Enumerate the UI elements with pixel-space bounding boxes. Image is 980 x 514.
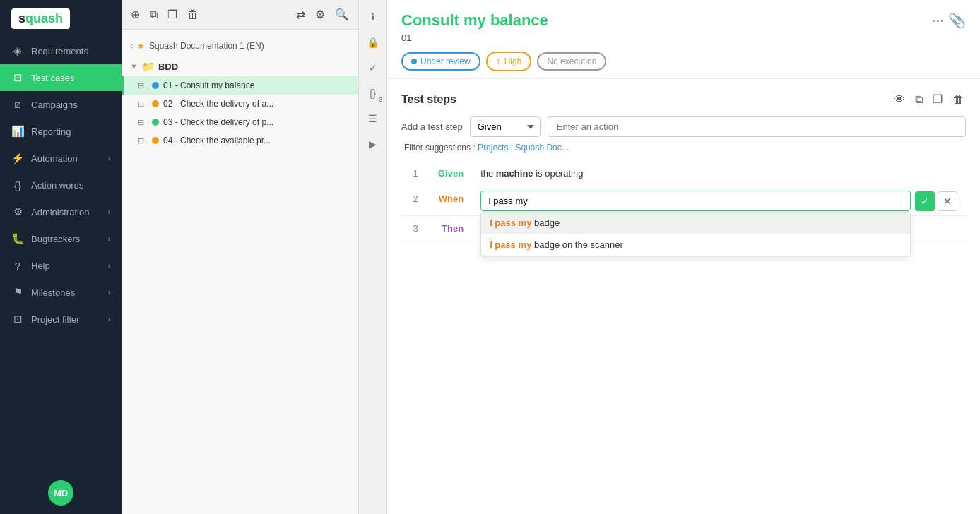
step-input-actions: ✓ ✕	[915, 191, 957, 211]
copy-steps-button[interactable]: ⧉	[913, 90, 925, 108]
autocomplete-rest: badge on the scanner	[531, 239, 622, 250]
sidebar-item-project-filter[interactable]: ⊡ Project filter ›	[0, 306, 122, 333]
action-words-icon: {}	[11, 179, 24, 191]
add-step-label: Add a test step	[401, 121, 463, 132]
step-input-wrap: I pass my badge I pass my badge on the s…	[480, 191, 911, 211]
priority-badge-high[interactable]: ↑ High	[486, 52, 532, 71]
lock-icon[interactable]: 🔒	[362, 31, 384, 54]
status-badge-label: Under review	[420, 56, 471, 66]
automation-icon: ⚡	[11, 152, 24, 165]
sidebar-item-requirements[interactable]: ◈ Requirements	[0, 37, 122, 64]
requirements-icon: ◈	[11, 44, 24, 57]
view-button[interactable]: 👁	[892, 90, 907, 108]
paste-steps-button[interactable]: ❐	[931, 90, 945, 108]
chevron-right-icon: ›	[108, 262, 110, 270]
chevron-right-icon: ›	[108, 316, 110, 323]
step-keyword-given: Given	[430, 161, 472, 186]
sidebar-item-label: Action words	[31, 180, 83, 191]
status-dot-green	[152, 119, 159, 126]
administration-icon: ⚙	[11, 205, 24, 218]
status-badge-under-review[interactable]: Under review	[401, 52, 480, 71]
autocomplete-match: I pass my	[490, 239, 531, 250]
tree-item-04[interactable]: ⊟ 04 - Check the available pr...	[122, 131, 358, 150]
status-dot-orange	[152, 137, 159, 144]
copy-button[interactable]: ❐	[165, 6, 179, 23]
search-button[interactable]: 🔍	[333, 6, 351, 23]
duplicate-button[interactable]: ⧉	[148, 6, 160, 23]
sidebar-item-help[interactable]: ? Help ›	[0, 252, 122, 279]
sidebar-item-test-cases[interactable]: ⊟ Test cases	[0, 64, 122, 91]
item-label: 02 - Check the delivery of a...	[163, 99, 353, 109]
autocomplete-item[interactable]: I pass my badge on the scanner	[481, 234, 910, 256]
tree-item-01[interactable]: ⊟ 01 - Consult my balance	[122, 76, 358, 95]
main-title-row: Consult my balance ⋯ 📎	[401, 11, 966, 30]
step-text-input[interactable]	[480, 191, 911, 211]
main-header: Consult my balance ⋯ 📎 01 Under review ↑…	[387, 0, 980, 79]
autocomplete-item[interactable]: I pass my badge	[481, 212, 910, 234]
sidebar-item-campaigns[interactable]: ⧄ Campaigns	[0, 91, 122, 118]
logo: squash	[11, 8, 70, 29]
item-label: 01 - Consult my balance	[163, 80, 353, 90]
sidebar-item-reporting[interactable]: 📊 Reporting	[0, 118, 122, 145]
item-label: 03 - Check the delivery of p...	[163, 117, 353, 127]
move-button[interactable]: ⇄	[294, 6, 307, 23]
priority-badge-label: High	[504, 56, 522, 66]
section-title-row: Test steps 👁 ⧉ ❐ 🗑	[401, 90, 966, 108]
tree-content: ‹ ★ Squash Documentation 1 (EN) ▼ 📁 BDD …	[122, 30, 358, 514]
more-icon[interactable]: ⋯	[931, 13, 944, 28]
delete-steps-button[interactable]: 🗑	[950, 90, 966, 108]
item-expand-icon: ⊟	[138, 81, 148, 90]
confirm-step-button[interactable]: ✓	[915, 191, 935, 211]
sidebar-item-label: Automation	[31, 153, 78, 164]
sidebar-item-label: Bugtrackers	[31, 234, 80, 244]
play-icon[interactable]: ▶	[362, 133, 384, 155]
autocomplete-dropdown: I pass my badge I pass my badge on the s…	[480, 211, 911, 256]
filter-link[interactable]: Projects : Squash Doc...	[478, 143, 569, 153]
autocomplete-rest: badge	[531, 217, 560, 228]
execution-badge[interactable]: No execution	[537, 52, 606, 71]
project-label: Squash Documentation 1 (EN)	[149, 41, 264, 51]
sidebar-item-action-words[interactable]: {} Action words	[0, 172, 122, 198]
code-icon[interactable]: {} 3	[362, 82, 384, 104]
folder-label: BDD	[158, 61, 178, 72]
star-icon: ★	[137, 41, 145, 51]
sidebar-item-bugtrackers[interactable]: 🐛 Bugtrackers ›	[0, 225, 122, 252]
code-bracket-icon: {}	[370, 88, 376, 99]
status-badges: Under review ↑ High No execution	[401, 52, 966, 71]
logo-text: squash	[18, 11, 63, 26]
sidebar-item-milestones[interactable]: ⚑ Milestones ›	[0, 279, 122, 306]
campaigns-icon: ⧄	[11, 98, 24, 111]
check-icon[interactable]: ✓	[362, 56, 384, 79]
step-text: the machine is operating	[472, 161, 966, 186]
steps-table: 1 Given the machine is operating 2 When	[401, 161, 966, 241]
item-expand-icon: ⊟	[138, 100, 148, 109]
status-dot-blue	[411, 59, 417, 64]
attach-icon[interactable]: 📎	[948, 12, 966, 29]
bugtrackers-icon: 🐛	[11, 232, 24, 245]
tree-folder[interactable]: ▼ 📁 BDD	[122, 56, 358, 76]
settings-button[interactable]: ⚙	[313, 6, 327, 23]
add-button[interactable]: ⊕	[129, 6, 142, 23]
cancel-step-button[interactable]: ✕	[938, 191, 957, 211]
tree-item-02[interactable]: ⊟ 02 - Check the delivery of a...	[122, 95, 358, 113]
step-action-input[interactable]	[548, 116, 966, 137]
priority-arrow-icon: ↑	[496, 56, 501, 67]
info-icon[interactable]: ℹ	[362, 6, 384, 28]
tree-project[interactable]: ‹ ★ Squash Documentation 1 (EN)	[122, 35, 358, 56]
chevron-right-icon: ›	[108, 235, 110, 243]
list-icon[interactable]: ☰	[362, 107, 384, 130]
side-strip: ℹ 🔒 ✓ {} 3 ☰ ▶	[359, 0, 387, 514]
autocomplete-match: I pass my	[490, 217, 531, 228]
step-number: 1	[401, 161, 430, 186]
step-editing-cell: I pass my badge I pass my badge on the s…	[472, 186, 966, 216]
project-filter-icon: ⊡	[11, 313, 24, 325]
sidebar-item-administration[interactable]: ⚙ Administration ›	[0, 198, 122, 225]
tree-item-03[interactable]: ⊟ 03 - Check the delivery of p...	[122, 113, 358, 131]
test-cases-icon: ⊟	[11, 71, 24, 84]
item-expand-icon: ⊟	[138, 118, 148, 127]
sidebar-item-automation[interactable]: ⚡ Automation ›	[0, 145, 122, 172]
tree-toolbar: ⊕ ⧉ ❐ 🗑 ⇄ ⚙ 🔍	[122, 0, 358, 30]
step-type-select[interactable]: Given When Then And But	[470, 116, 541, 137]
avatar[interactable]: MD	[48, 480, 73, 506]
delete-button[interactable]: 🗑	[185, 6, 201, 23]
